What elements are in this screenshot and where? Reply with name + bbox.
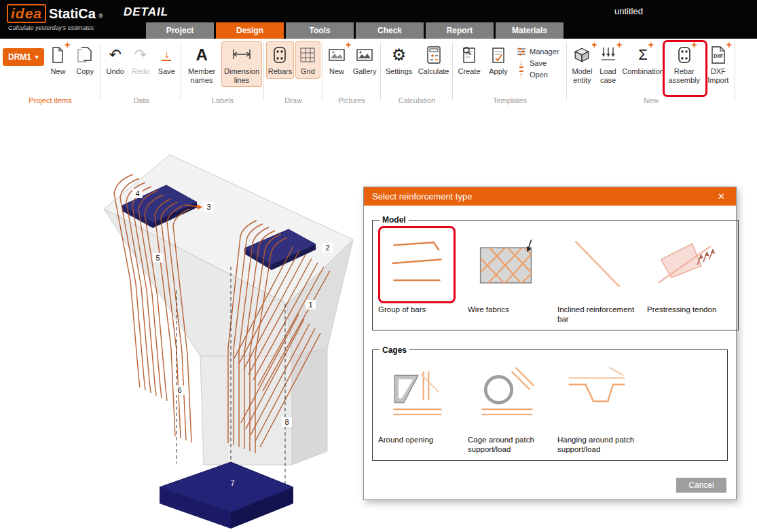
button-label: Create [458, 67, 480, 76]
document-title: untitled [614, 6, 643, 16]
template-actions-stack: Manager ↓ Save ↑ Open [516, 41, 559, 79]
plus-badge: + [692, 41, 697, 49]
plus-badge: + [346, 41, 351, 49]
open-template-icon: ↑ [516, 70, 526, 79]
new-picture-icon: + [329, 44, 345, 66]
option-label: Inclined reinforcement bar [557, 305, 643, 324]
ribbon-group-calculation: ⚙ Settings Calculate Calculation [383, 39, 451, 107]
button-label: Open [530, 71, 548, 79]
group-name: Project items [3, 96, 98, 104]
dimension-lines-toggle[interactable]: Dimension lines [221, 41, 262, 87]
ribbon-group-data: ↶ Undo ↷ Redo ↓ Save Data [103, 39, 179, 107]
grid-toggle[interactable]: Grid [295, 41, 320, 79]
button-label: Settings [386, 67, 413, 76]
app-logo: idea StatiCa ® [7, 4, 103, 23]
group-divider [735, 43, 735, 100]
button-label: Redo [132, 67, 149, 76]
ribbon-group-templates: Create Apply Manager ↓ Save [455, 39, 565, 107]
button-label: Grid [301, 67, 315, 76]
group-divider [263, 43, 264, 100]
group-divider [322, 43, 322, 100]
option-around-opening[interactable]: Around opening [378, 356, 464, 455]
rebar-label-2: 2 [322, 243, 333, 252]
tab-report[interactable]: Report [426, 22, 494, 39]
save-template-icon: ↓ [516, 58, 526, 68]
project-item-selector[interactable]: DRM1 ▾ [3, 48, 44, 66]
undo-icon: ↶ [109, 44, 121, 66]
template-open-button[interactable]: ↑ Open [516, 70, 559, 79]
save-icon: ↓ [162, 44, 171, 66]
letter-a-icon: A [196, 44, 207, 66]
option-inclined-reinforcement-bar[interactable]: Inclined reinforcement bar [557, 226, 643, 324]
rebar-assembly-button[interactable]: + Rebar assembly [667, 41, 702, 87]
gallery-button[interactable]: Gallery [350, 41, 379, 79]
section-cages: Cages Around opening [372, 345, 728, 461]
combination-button[interactable]: Σ + Combination [621, 41, 665, 79]
create-template-button[interactable]: Create [455, 41, 483, 79]
calculate-button[interactable]: Calculate [416, 41, 451, 79]
project-item-selector-label: DRM1 [8, 52, 31, 62]
dialog-header[interactable]: Select reinforcement type ✕ [364, 187, 736, 206]
rebar-label-7: 7 [227, 478, 238, 488]
group-divider [566, 43, 567, 100]
ribbon-group-new: + Model entity + Load case Σ + Combinati… [569, 39, 733, 107]
option-label: Wire fabrics [468, 305, 553, 314]
model-viewport[interactable]: 1 2 3 4 5 6 7 8 [95, 145, 367, 530]
settings-button[interactable]: ⚙ Settings [383, 41, 415, 79]
model-entity-button[interactable]: + Model entity [569, 41, 595, 87]
copy-project-item-button[interactable]: Copy [72, 41, 98, 79]
undo-button[interactable]: ↶ Undo [103, 41, 127, 79]
option-prestressing-tendon[interactable]: Prestressing tendon [647, 226, 733, 324]
save-button[interactable]: ↓ Save [154, 41, 179, 79]
rebar-label-3: 3 [204, 202, 214, 212]
button-label: Rebars [268, 67, 292, 76]
load-arrows-icon: + [600, 44, 616, 66]
redo-button: ↷ Redo [128, 41, 152, 79]
tab-materials[interactable]: Materials [496, 22, 564, 39]
option-cage-around-patch[interactable]: Cage around patch support/load [468, 356, 553, 455]
gear-icon: ⚙ [392, 44, 407, 66]
dimension-lines-icon [232, 44, 252, 66]
new-project-item-button[interactable]: + New [45, 41, 71, 79]
tab-design[interactable]: Design [216, 22, 284, 39]
new-picture-button[interactable]: + New [325, 41, 349, 79]
close-icon[interactable]: ✕ [715, 191, 728, 202]
group-name: Labels [183, 96, 262, 104]
rebars-toggle[interactable]: Rebars [266, 41, 294, 79]
ribbon-group-draw: Rebars Grid Draw [266, 39, 320, 107]
plus-badge: + [64, 41, 70, 49]
calculator-icon [427, 44, 441, 66]
statica-logo: StatiCa [49, 6, 96, 22]
option-group-of-bars[interactable]: Group of bars [378, 226, 464, 324]
button-label: Save [530, 59, 547, 67]
select-reinforcement-dialog: Select reinforcement type ✕ Model Group … [363, 187, 737, 500]
option-wire-fabrics[interactable]: Wire fabrics [468, 226, 553, 324]
group-divider [380, 43, 381, 100]
tab-check[interactable]: Check [356, 22, 424, 39]
option-hanging-around-patch[interactable]: Hanging around patch support/load [557, 356, 643, 455]
redo-icon: ↷ [134, 44, 147, 66]
apply-template-icon [491, 44, 506, 66]
tab-project[interactable]: Project [146, 22, 214, 39]
button-label: Load case [598, 67, 618, 84]
member-names-toggle[interactable]: A Member names [183, 41, 220, 87]
gallery-icon [356, 44, 373, 66]
template-manager-button[interactable]: Manager [516, 47, 559, 56]
section-model-legend: Model [380, 215, 409, 225]
cancel-button[interactable]: Cancel [676, 478, 726, 493]
button-label: Apply [489, 67, 508, 76]
apply-template-button[interactable]: Apply [485, 41, 512, 79]
tab-tools[interactable]: Tools [286, 22, 354, 39]
load-case-button[interactable]: + Load case [597, 41, 619, 87]
group-name: Calculation [383, 96, 451, 104]
template-save-button[interactable]: ↓ Save [516, 58, 559, 68]
ribbon-group-labels: A Member names Dimension lines Labels [183, 39, 262, 107]
button-label: Combination [622, 67, 664, 76]
grid-icon [300, 44, 315, 66]
group-divider [181, 43, 181, 100]
button-label: Save [158, 67, 175, 76]
inclined-bar-icon [557, 226, 635, 303]
dxf-import-button[interactable]: DXF + DXF Import [703, 41, 733, 87]
button-label: Manager [530, 48, 559, 56]
ribbon-tabs: Project Design Tools Check Report Materi… [146, 22, 564, 39]
